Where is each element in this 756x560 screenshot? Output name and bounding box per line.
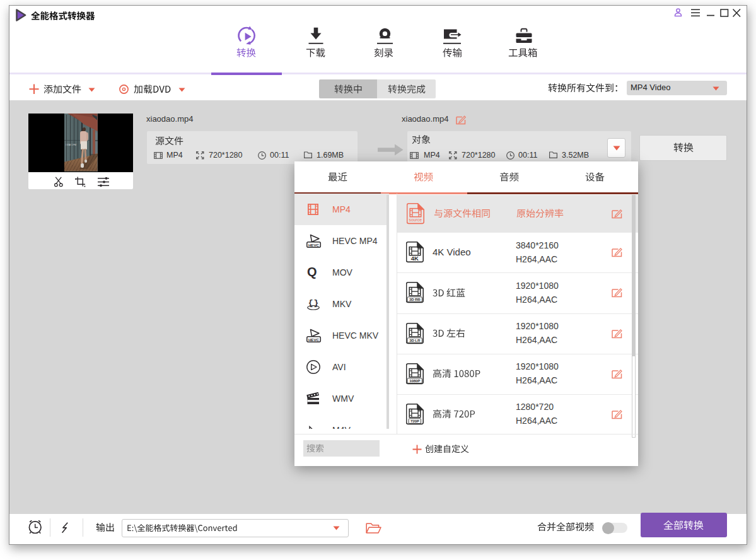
svg-text:3D LR: 3D LR bbox=[409, 337, 421, 342]
svg-text:HEVC: HEVC bbox=[308, 243, 319, 247]
svg-text:720P: 720P bbox=[410, 418, 419, 423]
svg-text:3D RB: 3D RB bbox=[409, 297, 421, 301]
svg-text:source: source bbox=[409, 218, 422, 222]
svg-text:4K: 4K bbox=[411, 255, 419, 262]
svg-text:HEVC: HEVC bbox=[308, 337, 319, 342]
svg-text:1080P: 1080P bbox=[409, 378, 420, 382]
